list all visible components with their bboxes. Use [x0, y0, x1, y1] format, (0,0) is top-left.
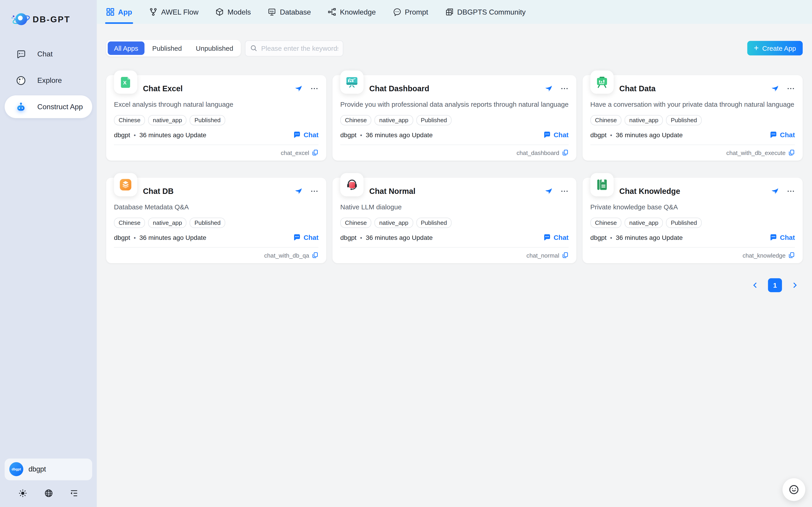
app-card-chat-dashboard[interactable]: Chat Dashboard Provide you with professi… [332, 75, 576, 161]
bullet-separator: • [610, 132, 612, 138]
more-ellipsis-icon[interactable] [310, 84, 318, 93]
chat-button[interactable]: Chat [543, 234, 568, 241]
dingtalk-icon[interactable] [294, 187, 302, 195]
sidebar-item-label: Explore [37, 76, 62, 84]
svg-text:SQL: SQL [270, 10, 274, 12]
card-title: Chat Excel [143, 84, 183, 93]
app-card-chat-knowledge[interactable]: Chat Knowledge Private knowledge base Q&… [582, 178, 803, 263]
tab-database[interactable]: SQL Database [268, 0, 311, 24]
card-tags: Chinese native_app Published [332, 108, 576, 125]
chat-button[interactable]: Chat [293, 131, 318, 139]
sidebar-item-chat[interactable]: Chat [5, 43, 92, 65]
previous-page-icon[interactable] [752, 282, 759, 289]
theme-sun-icon[interactable] [18, 488, 27, 498]
chat-button-label: Chat [304, 234, 319, 241]
tag: native_app [625, 115, 663, 125]
chat-button[interactable]: Chat [770, 131, 795, 139]
sidebar-item-construct-app[interactable]: Construct App [5, 95, 92, 118]
filter-published[interactable]: Published [146, 42, 188, 55]
card-updated: 36 minutes ago Update [139, 234, 206, 241]
collapse-sidebar-icon[interactable] [69, 488, 79, 498]
tab-app[interactable]: App [106, 0, 132, 24]
tab-label: AWEL Flow [161, 8, 199, 16]
app-card-chat-data[interactable]: Chat Data Have a conversation with your … [582, 75, 803, 161]
chat-button[interactable]: Chat [543, 131, 568, 139]
explore-icon [15, 75, 26, 86]
search-input[interactable] [261, 44, 338, 52]
dingtalk-icon[interactable] [770, 187, 779, 195]
app-card-chat-excel[interactable]: X Chat Excel [106, 75, 326, 161]
tag: native_app [625, 218, 663, 228]
sidebar-item-explore[interactable]: Explore [5, 69, 92, 92]
app-card-grid: X Chat Excel [106, 75, 803, 263]
create-app-button[interactable]: + Create App [747, 41, 803, 56]
language-globe-icon[interactable] [44, 488, 53, 498]
brand-name: DB-GPT [33, 14, 70, 24]
card-updated: 36 minutes ago Update [366, 131, 433, 138]
filter-all-apps[interactable]: All Apps [108, 42, 145, 55]
avatar: dbgpt [9, 462, 23, 476]
dingtalk-icon[interactable] [544, 84, 553, 93]
card-description: Native LLM dialogue [332, 195, 576, 211]
card-owner: dbgpt [340, 234, 357, 241]
create-app-label: Create App [762, 44, 796, 52]
copy-icon[interactable] [312, 149, 319, 156]
book-icon [590, 173, 613, 196]
copy-icon[interactable] [312, 252, 319, 259]
tab-dbgpts-community[interactable]: DBGPTS Community [445, 0, 526, 24]
user-card[interactable]: dbgpt dbgpt [5, 458, 92, 480]
feedback-fab[interactable] [783, 478, 805, 501]
page-number[interactable]: 1 [768, 278, 782, 292]
more-ellipsis-icon[interactable] [310, 187, 318, 195]
sidebar-nav: Chat Explore [0, 43, 97, 118]
dingtalk-icon[interactable] [544, 187, 553, 195]
content-area: All Apps Published Unpublished + Create … [97, 24, 812, 507]
more-ellipsis-icon[interactable] [560, 84, 568, 93]
tag: Published [416, 115, 452, 125]
card-code: chat_dashboard [516, 150, 559, 156]
app-card-chat-normal[interactable]: Chat Normal Native LLM dialogue Chin [332, 178, 576, 263]
tab-awel-flow[interactable]: AWEL Flow [149, 0, 199, 24]
more-ellipsis-icon[interactable] [560, 187, 568, 195]
dingtalk-icon[interactable] [294, 84, 302, 93]
next-page-icon[interactable] [791, 282, 798, 289]
tag: native_app [148, 115, 187, 125]
copy-icon[interactable] [562, 252, 569, 259]
robot-icon [15, 101, 26, 112]
card-title: Chat Normal [369, 186, 416, 195]
excel-file-icon: X [114, 70, 137, 94]
tag: Published [666, 218, 702, 228]
search-icon [250, 45, 258, 52]
filter-unpublished[interactable]: Unpublished [190, 42, 240, 55]
toolbar: All Apps Published Unpublished + Create … [106, 40, 803, 56]
tab-prompt[interactable]: Prompt [393, 0, 428, 24]
card-code: chat_normal [526, 252, 559, 258]
headset-icon [340, 173, 364, 196]
copy-icon[interactable] [788, 149, 795, 156]
planet-logo-icon [10, 10, 31, 28]
more-ellipsis-icon[interactable] [787, 84, 795, 93]
card-tags: Chinese native_app Published [106, 108, 326, 125]
card-description: Provide you with professional data analy… [332, 93, 576, 108]
sidebar: DB-GPT Chat [0, 0, 97, 507]
copy-icon[interactable] [562, 149, 569, 156]
card-updated: 36 minutes ago Update [139, 131, 206, 138]
sql-monitor-icon: SQL [268, 8, 276, 16]
dingtalk-icon[interactable] [770, 84, 779, 93]
chat-button[interactable]: Chat [770, 234, 795, 241]
layers-stack-icon [114, 173, 137, 196]
card-title: Chat DB [143, 186, 174, 195]
card-tags: Chinese native_app Published [582, 211, 803, 228]
tag: Chinese [114, 115, 145, 125]
dashboard-board-icon [340, 70, 364, 94]
more-ellipsis-icon[interactable] [787, 187, 795, 195]
tab-label: DBGPTS Community [457, 8, 526, 16]
tag: Chinese [340, 115, 371, 125]
tab-knowledge[interactable]: Knowledge [328, 0, 376, 24]
tab-models[interactable]: Models [215, 0, 251, 24]
card-description: Private knowledge base Q&A [582, 195, 803, 211]
chat-button[interactable]: Chat [293, 234, 318, 241]
app-card-chat-db[interactable]: Chat DB Database Metadata Q&A Chines [106, 178, 326, 263]
copy-icon[interactable] [788, 252, 795, 259]
tag: Chinese [590, 115, 621, 125]
